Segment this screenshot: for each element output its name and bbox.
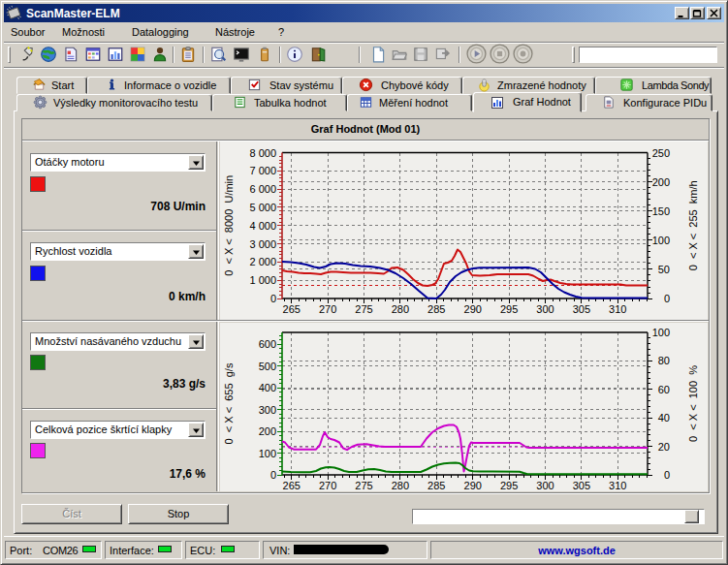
svg-text:285: 285 (427, 480, 445, 491)
svg-text:100: 100 (652, 235, 670, 246)
svg-text:265: 265 (283, 303, 301, 315)
svg-text:295: 295 (500, 480, 518, 491)
svg-text:275: 275 (355, 303, 372, 315)
svg-text:500: 500 (259, 361, 276, 372)
svg-text:6 000: 6 000 (249, 183, 276, 195)
svg-text:290: 290 (464, 480, 482, 491)
svg-text:310: 310 (609, 303, 626, 315)
svg-text:280: 280 (392, 480, 409, 491)
svg-text:285: 285 (427, 303, 445, 315)
svg-text:400: 400 (259, 382, 276, 393)
svg-text:265: 265 (283, 480, 301, 491)
svg-text:4 000: 4 000 (249, 220, 276, 232)
svg-text:3 000: 3 000 (249, 238, 276, 250)
svg-text:250: 250 (652, 147, 670, 159)
svg-text:20: 20 (658, 441, 670, 453)
svg-text:0 < X < 655 g/s: 0 < X < 655 g/s (223, 362, 235, 444)
svg-text:100: 100 (652, 327, 670, 338)
svg-text:280: 280 (392, 303, 409, 315)
svg-text:275: 275 (355, 480, 372, 491)
svg-text:270: 270 (319, 303, 336, 315)
svg-text:200: 200 (259, 425, 276, 437)
svg-text:40: 40 (658, 412, 670, 424)
svg-text:1 000: 1 000 (249, 274, 276, 286)
svg-text:0 < X < 255 km/h: 0 < X < 255 km/h (687, 180, 699, 270)
svg-text:0 < X < 100 %: 0 < X < 100 % (687, 365, 699, 442)
svg-text:305: 305 (573, 480, 590, 491)
svg-text:270: 270 (319, 480, 336, 491)
svg-text:600: 600 (259, 338, 276, 350)
svg-text:150: 150 (652, 205, 670, 217)
svg-text:290: 290 (464, 303, 482, 315)
svg-text:50: 50 (658, 264, 670, 275)
svg-text:0: 0 (270, 469, 276, 481)
svg-text:310: 310 (609, 480, 626, 491)
svg-text:80: 80 (658, 355, 670, 366)
svg-text:0: 0 (664, 293, 670, 304)
svg-text:300: 300 (536, 480, 554, 491)
svg-text:100: 100 (259, 448, 276, 459)
svg-text:300: 300 (259, 404, 276, 416)
svg-text:305: 305 (573, 303, 590, 315)
svg-text:295: 295 (500, 303, 518, 315)
svg-text:8 000: 8 000 (249, 147, 276, 159)
svg-text:0 < X < 8000 U/min: 0 < X < 8000 U/min (223, 175, 235, 276)
svg-text:0: 0 (664, 469, 670, 481)
svg-text:200: 200 (652, 176, 670, 188)
svg-text:2 000: 2 000 (249, 256, 276, 267)
svg-text:5 000: 5 000 (249, 202, 276, 213)
svg-text:60: 60 (658, 384, 670, 395)
svg-text:300: 300 (536, 303, 554, 315)
svg-text:7 000: 7 000 (249, 165, 276, 176)
svg-text:0: 0 (270, 293, 276, 304)
